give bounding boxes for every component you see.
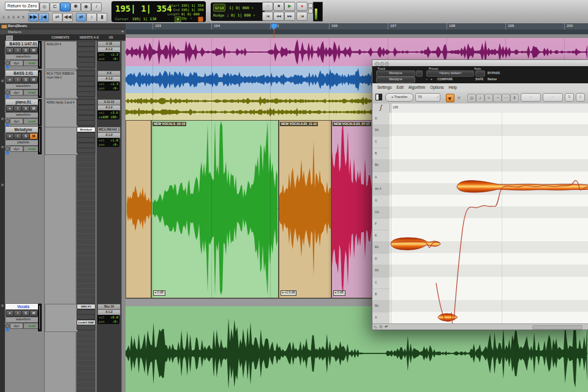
track-name-vocals[interactable]: Vocals▾ xyxy=(5,303,42,310)
track-comments[interactable]: 4006s hardy 3 and 4 xyxy=(45,99,78,127)
warning-indicator[interactable] xyxy=(198,17,203,22)
io-volume-pan-display[interactable]: vol+2.3pan‹0› xyxy=(97,81,119,91)
go-to-start-button[interactable]: |◀ xyxy=(296,12,307,21)
track-button-s[interactable]: S xyxy=(21,310,30,317)
track-button-●[interactable]: ● xyxy=(6,310,14,317)
bar-number-197[interactable]: 197 xyxy=(390,24,396,28)
zoom-preset-5[interactable]: 5 xyxy=(21,14,26,20)
melodyne-time-ruler[interactable]: ʃ 195 xyxy=(372,104,588,113)
compare-button[interactable]: COMPARE xyxy=(437,77,453,81)
track-view-selector[interactable]: waveform▾ xyxy=(5,83,42,89)
selector-tool-icon[interactable]: I xyxy=(60,2,70,12)
pitch-drift-tool-icon[interactable]: ◔ xyxy=(493,94,502,102)
zoom-tool-icon[interactable]: ◎ xyxy=(467,94,476,102)
pencil-tool-icon[interactable]: / xyxy=(91,2,102,12)
io-volume-pan-display[interactable]: vol+1.0pan‹0› xyxy=(97,138,119,147)
snap-dropdown[interactable]: – xyxy=(543,93,563,102)
menu-help[interactable]: Help xyxy=(449,83,457,91)
track-comments[interactable]: AVALON 4 xyxy=(45,41,78,69)
add-marker-button[interactable]: + xyxy=(121,29,124,34)
grid-label[interactable]: Grid xyxy=(213,4,225,12)
track-dyn-button[interactable]: dyn xyxy=(10,323,23,329)
track-dyn-button[interactable]: dyn xyxy=(10,146,23,152)
metronome-checkbox[interactable] xyxy=(308,3,313,8)
corner-zoom-icon[interactable]: ◎ xyxy=(379,325,382,328)
bar-number-200[interactable]: 200 xyxy=(567,24,573,28)
zoom-preset-3[interactable]: 3 xyxy=(11,14,16,20)
close-icon[interactable] xyxy=(375,62,379,66)
mirror-edit-icon[interactable]: ⇄ xyxy=(52,13,62,22)
track-view-selector[interactable]: playlists▾ xyxy=(5,140,42,146)
record-button[interactable]: ● xyxy=(296,2,307,11)
pitch-tool-icon[interactable]: ♪ xyxy=(476,94,484,102)
track-button-s[interactable]: S xyxy=(21,47,30,54)
zoom-preset-4[interactable]: 4 xyxy=(16,14,21,20)
insert-slot-empty[interactable] xyxy=(77,91,96,97)
scrubber-tool-icon[interactable]: ◉ xyxy=(81,2,91,12)
pitch-label-d[interactable]: D xyxy=(372,253,390,265)
pitch-modulation-tool-icon[interactable]: ≈ xyxy=(484,94,493,102)
insertion-icon[interactable]: ♪ xyxy=(86,13,97,22)
insert-slot-empty[interactable] xyxy=(77,99,96,105)
pitch-label-ab4[interactable]: Ab 4 xyxy=(372,183,390,195)
return-to-zero-button[interactable]: |◀ xyxy=(262,12,273,21)
play-button[interactable]: ▶ xyxy=(284,2,295,11)
rewind-button[interactable]: ◀◀ xyxy=(273,12,284,21)
clip-gain-badge[interactable]: ▸ +1.5 dB xyxy=(281,290,296,296)
stop-button[interactable]: ■ xyxy=(273,2,284,11)
pitch-label-gb[interactable]: Gb xyxy=(372,206,390,219)
insert-slot-empty[interactable] xyxy=(77,120,96,126)
track-button-s[interactable]: S xyxy=(21,133,30,140)
plugin-selector-dropdown[interactable]: Melodyne xyxy=(376,77,415,83)
track-button-●[interactable]: ● xyxy=(6,47,14,54)
pitch-label-c[interactable]: C xyxy=(372,136,390,148)
bars-beats-ruler-header[interactable]: Bars|Beats xyxy=(0,23,126,29)
pitch-label-db[interactable]: Db xyxy=(372,124,390,137)
markers-ruler-header[interactable]: Markers + xyxy=(0,29,126,34)
insert-slot-empty[interactable] xyxy=(77,41,96,47)
pitch-label-b[interactable]: B xyxy=(372,288,390,301)
clip-gain-badge[interactable]: ▸ 0 dB xyxy=(333,290,345,296)
corner-pointer-icon[interactable]: ◺ xyxy=(374,325,377,328)
automation-dot-icon[interactable] xyxy=(5,61,10,66)
track-selector-dropdown[interactable]: Melodyne xyxy=(376,70,415,77)
track-name-bass-2-01[interactable]: BASS 2.01▾ xyxy=(5,70,42,77)
timeline-insertion-icon[interactable]: ■ xyxy=(175,17,181,22)
insert-slot-empty[interactable] xyxy=(77,81,96,86)
auto-enable-button[interactable] xyxy=(475,70,485,77)
layered-edit-icon[interactable]: ▮ xyxy=(97,13,107,22)
bar-number-193[interactable]: 193 xyxy=(155,24,161,28)
bar-number-198[interactable]: 198 xyxy=(449,24,455,28)
clef-icon[interactable]: ʃ xyxy=(372,104,390,113)
track-button-●[interactable]: ● xyxy=(6,105,14,112)
track-button-i[interactable]: I xyxy=(13,47,22,54)
track-button-m[interactable]: M xyxy=(29,77,38,83)
track-view-selector[interactable]: waveform▾ xyxy=(5,112,42,118)
track-button-i[interactable]: I xyxy=(13,105,22,112)
io-volume-pan-display[interactable]: vol+0.8pan‹0› xyxy=(97,315,119,324)
insert-slot-empty[interactable] xyxy=(77,62,96,67)
track-dyn-button[interactable]: dyn xyxy=(10,118,23,124)
pitch-label-f[interactable]: F xyxy=(372,218,390,230)
pitch-label-e[interactable]: E xyxy=(372,230,390,242)
insert-slot-emo-f2[interactable]: EMO-F2 xyxy=(77,304,96,309)
grid-value[interactable]: 1| 0| 000 xyxy=(229,6,249,10)
tab-transient-icon[interactable]: ▶▶ xyxy=(28,13,39,22)
grid-dropdown-icon[interactable]: ▾ xyxy=(251,6,254,10)
menu-algorithm[interactable]: Algorithm xyxy=(409,83,425,91)
track-button-m[interactable]: M xyxy=(29,105,38,112)
pitch-label-a[interactable]: A xyxy=(372,312,390,323)
insert-slot-empty[interactable] xyxy=(77,314,96,320)
next-preset-button[interactable]: + xyxy=(431,77,432,81)
nudge-value[interactable]: 0| 1| 000 xyxy=(231,13,251,17)
formant-tool-icon[interactable]: ⋯ xyxy=(502,94,510,102)
insert-slot-empty[interactable] xyxy=(77,70,96,76)
track-view-selector[interactable]: waveform▾ xyxy=(5,317,42,323)
insert-slot-empty[interactable] xyxy=(77,325,96,330)
track-button-i[interactable]: I xyxy=(13,310,22,317)
pitch-label-b[interactable]: B xyxy=(372,148,390,160)
track-name-piano-01[interactable]: piano.01▾ xyxy=(5,99,42,105)
insertion-follows-icon[interactable]: |◀ xyxy=(39,13,49,22)
track-comments[interactable]: RCA 77DX RIBBON royer lola 2 xyxy=(45,70,78,99)
secondary-tool[interactable]: ▶ xyxy=(456,94,463,101)
